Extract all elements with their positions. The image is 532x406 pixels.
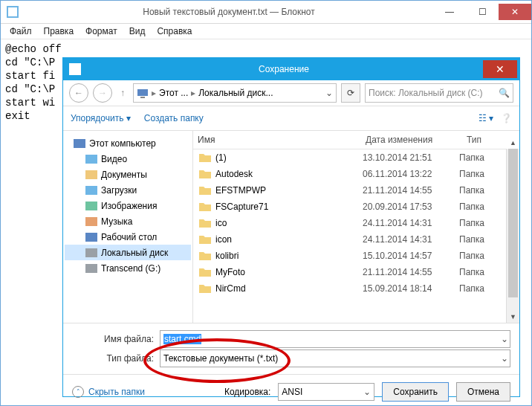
dialog-titlebar[interactable]: Сохранение ✕ <box>63 58 519 80</box>
svg-rect-9 <box>85 202 97 210</box>
dialog-title: Сохранение <box>87 64 481 74</box>
hide-folders-button[interactable]: ˄ Скрыть папки <box>72 386 145 398</box>
svg-rect-4 <box>140 97 145 98</box>
list-row[interactable]: icon24.11.2014 14:31Папка <box>193 231 519 248</box>
file-list[interactable]: Имя Дата изменения Тип (1)13.10.2014 21:… <box>193 131 519 323</box>
col-name[interactable]: Имя <box>193 135 361 145</box>
close-button[interactable]: ✕ <box>499 4 531 20</box>
forward-button[interactable]: → <box>93 83 112 103</box>
svg-rect-5 <box>74 139 85 148</box>
tree-item[interactable]: Видео <box>65 151 191 167</box>
filename-area: Имя файла: start.cmd ⌄ Тип файла: Тексто… <box>63 323 519 374</box>
list-row[interactable]: FSCapture7120.09.2014 17:53Папка <box>193 199 519 215</box>
filetype-select[interactable]: Текстовые документы (*.txt) ⌄ <box>160 349 510 367</box>
notepad-icon <box>7 6 19 18</box>
tree-item-label: Этот компьютер <box>89 138 156 149</box>
folder-icon <box>199 185 211 196</box>
folder-icon <box>85 169 97 181</box>
tree-item[interactable]: Этот компьютер <box>65 135 191 151</box>
file-name: MyFoto <box>215 267 245 277</box>
dialog-close-button[interactable]: ✕ <box>483 60 517 78</box>
back-button[interactable]: ← <box>69 83 88 103</box>
chevron-down-icon[interactable]: ⌄ <box>363 387 371 397</box>
folder-icon <box>85 153 97 165</box>
svg-rect-7 <box>85 170 97 179</box>
search-input[interactable]: Поиск: Локальный диск (C:) 🔍 <box>365 83 513 103</box>
refresh-button[interactable]: ⟳ <box>341 83 360 103</box>
crumb-drive[interactable]: Локальный диск... <box>198 88 273 98</box>
file-type: Папка <box>459 169 504 179</box>
folder-icon <box>199 169 211 179</box>
scroll-up-icon[interactable]: ▲ <box>507 136 519 149</box>
list-scrollbar[interactable]: ▲ ▼ <box>506 149 519 323</box>
tree-item[interactable]: Локальный диск <box>65 245 191 260</box>
file-type: Папка <box>459 251 504 261</box>
notepad-title: Новый текстовый документ.txt — Блокнот <box>25 7 433 17</box>
list-row[interactable]: Autodesk06.11.2014 13:22Папка <box>193 166 519 182</box>
filetype-label: Тип файла: <box>72 353 154 364</box>
folder-icon <box>199 234 211 245</box>
list-row[interactable]: ico24.11.2014 14:31Папка <box>193 215 519 231</box>
tree-item[interactable]: Документы <box>65 167 191 182</box>
encoding-value: ANSI <box>282 387 302 397</box>
dialog-toolbar: Упорядочить ▾ Создать папку ☷ ▾ ❔ <box>63 106 519 131</box>
minimize-button[interactable]: — <box>433 4 466 20</box>
folder-tree[interactable]: Этот компьютерВидеоДокументыЗагрузкиИзоб… <box>63 131 193 323</box>
tree-item[interactable]: Transcend (G:) <box>65 260 191 276</box>
list-row[interactable]: (1)13.10.2014 21:51Папка <box>193 149 519 166</box>
menu-file[interactable]: Файл <box>4 25 38 38</box>
tree-item[interactable]: Изображения <box>65 198 191 213</box>
view-button[interactable]: ☷ ▾ <box>479 113 493 123</box>
list-row[interactable]: EFSTMPWP21.11.2014 14:55Папка <box>193 182 519 199</box>
file-date: 06.11.2014 13:22 <box>363 169 459 179</box>
list-row[interactable]: MyFoto21.11.2014 14:55Папка <box>193 264 519 280</box>
svg-rect-3 <box>137 89 148 96</box>
notepad-menubar: Файл Правка Формат Вид Справка <box>1 24 531 39</box>
save-button[interactable]: Сохранить <box>382 382 449 402</box>
encoding-select[interactable]: ANSI ⌄ <box>278 383 374 401</box>
scroll-thumb[interactable] <box>508 149 518 297</box>
tree-item[interactable]: Загрузки <box>65 182 191 198</box>
file-name: Autodesk <box>215 169 253 179</box>
folder-icon <box>85 184 97 196</box>
col-date[interactable]: Дата изменения <box>361 135 462 145</box>
menu-edit[interactable]: Правка <box>38 25 80 38</box>
cancel-button[interactable]: Отмена <box>456 382 510 402</box>
maximize-button[interactable]: ☐ <box>466 4 499 20</box>
help-button[interactable]: ❔ <box>501 113 512 123</box>
file-date: 24.11.2014 14:31 <box>363 234 459 245</box>
chevron-down-icon[interactable]: ⌄ <box>501 334 508 344</box>
file-name: FSCapture71 <box>215 202 268 212</box>
address-bar[interactable]: ▸ Этот ... ▸ Локальный диск... ⌄ <box>133 83 337 103</box>
list-row[interactable]: kolibri15.10.2014 14:57Папка <box>193 248 519 264</box>
tree-item[interactable]: Рабочий стол <box>65 229 191 245</box>
new-folder-button[interactable]: Создать папку <box>144 113 204 123</box>
pc-icon <box>137 87 149 99</box>
organize-button[interactable]: Упорядочить ▾ <box>71 113 131 123</box>
scroll-down-icon[interactable]: ▼ <box>507 310 519 323</box>
tree-item-label: Загрузки <box>101 185 137 196</box>
tree-item-label: Видео <box>101 154 127 164</box>
list-header[interactable]: Имя Дата изменения Тип <box>193 131 519 149</box>
file-name: (1) <box>215 152 227 163</box>
file-name: kolibri <box>215 251 239 261</box>
col-type[interactable]: Тип <box>462 135 511 145</box>
filename-input[interactable]: start.cmd ⌄ <box>160 330 510 348</box>
file-type: Папка <box>459 283 504 294</box>
menu-view[interactable]: Вид <box>123 25 152 38</box>
crumb-pc[interactable]: Этот ... <box>159 88 188 98</box>
search-icon: 🔍 <box>499 88 510 98</box>
tree-item[interactable]: Музыка <box>65 213 191 229</box>
up-button[interactable]: ↑ <box>117 84 129 102</box>
chevron-down-icon[interactable]: ⌄ <box>501 353 508 364</box>
file-type: Папка <box>459 267 504 277</box>
folder-icon <box>85 262 97 274</box>
menu-help[interactable]: Справка <box>151 25 198 38</box>
notepad-titlebar[interactable]: Новый текстовый документ.txt — Блокнот —… <box>1 1 531 24</box>
file-date: 24.11.2014 14:31 <box>363 218 459 228</box>
list-row[interactable]: NirCmd15.09.2014 18:14Папка <box>193 280 519 297</box>
folder-icon <box>199 152 211 163</box>
menu-format[interactable]: Формат <box>80 25 123 38</box>
filename-value: start.cmd <box>163 334 201 344</box>
folder-icon <box>85 216 97 228</box>
